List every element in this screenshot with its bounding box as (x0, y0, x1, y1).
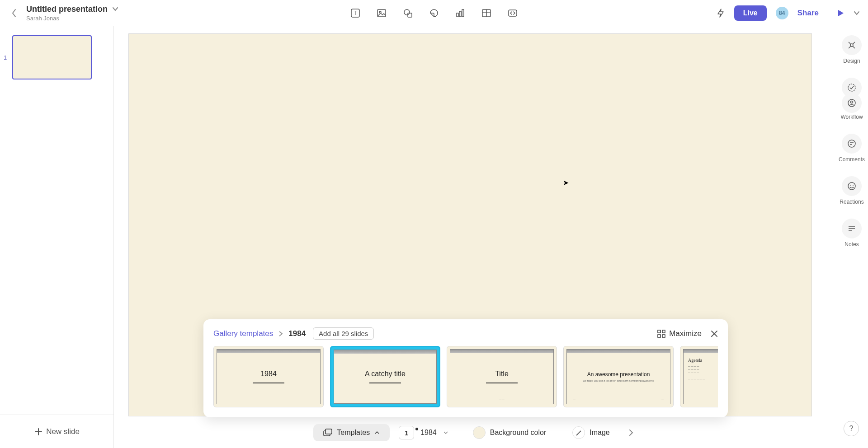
svg-rect-7 (459, 11, 461, 17)
separator (828, 7, 828, 19)
no-image-icon (572, 426, 585, 439)
close-picker-button[interactable] (711, 330, 718, 337)
table-tool-icon[interactable] (481, 8, 492, 19)
reactions-panel-button[interactable]: Reactions (840, 176, 863, 205)
svg-rect-2 (377, 9, 386, 17)
template-footer: — — (499, 398, 504, 401)
slide-thumbnail[interactable] (12, 35, 92, 79)
template-card[interactable]: Title — — (447, 346, 557, 407)
topbar-right: Live 84 Share (716, 5, 860, 21)
back-button[interactable] (8, 5, 20, 21)
template-strip[interactable]: 1984 A catchy title Title — — An awesome… (213, 346, 718, 407)
svg-rect-31 (662, 335, 665, 337)
add-all-slides-button[interactable]: Add all 29 slides (313, 327, 374, 340)
svg-rect-30 (658, 335, 660, 337)
slide-number: 1 (4, 54, 7, 61)
svg-point-24 (853, 185, 854, 186)
maximize-button[interactable]: Maximize (657, 329, 702, 338)
svg-point-4 (404, 9, 410, 15)
svg-rect-35 (326, 429, 332, 434)
embed-tool-icon[interactable] (507, 8, 518, 19)
notes-icon (847, 224, 857, 233)
svg-point-15 (850, 44, 853, 47)
live-button[interactable]: Live (734, 5, 767, 21)
smile-icon (847, 181, 857, 191)
present-play-icon[interactable] (837, 9, 844, 17)
svg-point-22 (848, 182, 855, 190)
chevron-down-icon (443, 431, 448, 434)
maximize-label: Maximize (669, 329, 702, 338)
bottom-toolbar: Templates 1 1984 Background color Image (114, 422, 835, 443)
chart-tool-icon[interactable] (455, 8, 466, 19)
comments-panel-button[interactable]: Comments (839, 134, 865, 163)
title-block: Untitled presentation Sarah Jonas (26, 5, 118, 22)
svg-point-18 (851, 101, 853, 103)
notes-panel-button[interactable]: Notes (842, 219, 862, 247)
current-gallery-name: 1984 (288, 329, 306, 338)
more-chevron-right-icon[interactable] (626, 429, 636, 436)
sticker-tool-icon[interactable] (429, 8, 439, 19)
template-card[interactable]: 1984 (213, 346, 324, 407)
templates-icon (323, 429, 332, 437)
background-swatch-icon (473, 426, 486, 439)
workflow-panel-button[interactable]: Workflow (840, 78, 863, 120)
background-color-button[interactable]: Background color (463, 422, 557, 443)
template-selector[interactable]: 1 1984 (396, 423, 457, 442)
svg-rect-28 (658, 330, 660, 333)
plus-icon (34, 428, 42, 436)
share-button[interactable]: Share (797, 9, 819, 18)
new-slide-button[interactable]: New slide (0, 415, 114, 448)
help-button[interactable]: ? (844, 421, 859, 436)
background-label: Background color (490, 429, 547, 437)
workflow-label: Workflow (840, 114, 863, 120)
picker-header: Gallery templates 1984 Add all 29 slides… (213, 327, 718, 340)
notes-label: Notes (844, 241, 859, 247)
chevron-up-icon (374, 431, 380, 434)
bolt-icon[interactable] (716, 8, 725, 18)
comments-label: Comments (839, 156, 865, 163)
template-title: An awesome presentation (587, 371, 650, 378)
cursor-icon: ➤ (563, 178, 569, 187)
insert-tools: T (350, 8, 518, 19)
svg-point-19 (848, 140, 855, 147)
template-index-badge: 1 (399, 426, 414, 439)
user-icon (847, 98, 857, 108)
design-panel-button[interactable]: Design (842, 35, 862, 64)
template-card[interactable]: An awesome presentation we hope you get … (563, 346, 674, 407)
background-image-button[interactable]: Image (562, 422, 619, 443)
design-icon (847, 40, 857, 50)
svg-point-23 (850, 185, 851, 186)
svg-text:T: T (354, 10, 357, 16)
template-card[interactable]: Agenda — — — — — — — — — — — — — — — — —… (680, 346, 718, 407)
templates-button[interactable]: Templates (313, 424, 390, 441)
template-card-selected[interactable]: A catchy title (330, 346, 440, 407)
author-name: Sarah Jonas (26, 15, 118, 22)
image-label: Image (590, 429, 609, 437)
design-label: Design (843, 58, 860, 64)
templates-label: Templates (337, 429, 370, 437)
approve-icon (847, 83, 857, 93)
image-tool-icon[interactable] (376, 8, 387, 19)
gallery-templates-link[interactable]: Gallery templates (213, 329, 273, 338)
svg-rect-6 (457, 13, 458, 17)
right-sidebar: Design Workflow Comments Reactions Notes (835, 26, 868, 448)
comment-icon (847, 139, 857, 149)
template-title: 1984 (260, 370, 277, 378)
template-title: Agenda (688, 358, 702, 363)
text-tool-icon[interactable]: T (350, 8, 361, 19)
slide-thumbnail-rail: 1 New slide (0, 26, 114, 448)
title-menu-chevron-icon[interactable] (112, 7, 118, 11)
svg-point-16 (848, 84, 855, 91)
help-icon: ? (849, 425, 854, 433)
reactions-label: Reactions (840, 199, 863, 205)
template-name: 1984 (420, 429, 437, 437)
presentation-title[interactable]: Untitled presentation (26, 5, 108, 14)
template-footer: — (573, 398, 576, 401)
present-menu-chevron-icon[interactable] (854, 11, 860, 15)
svg-rect-8 (462, 9, 464, 17)
template-picker-panel: Gallery templates 1984 Add all 29 slides… (203, 319, 728, 417)
avatar[interactable]: 84 (776, 7, 788, 19)
chevron-right-icon (278, 331, 283, 337)
shape-tool-icon[interactable] (402, 8, 413, 19)
slide-thumbnail-row[interactable]: 1 (0, 35, 113, 79)
